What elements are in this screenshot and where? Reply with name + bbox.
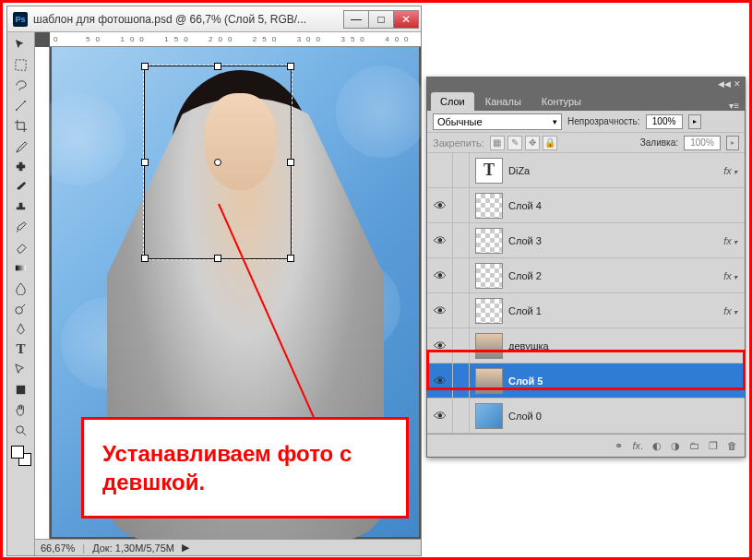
transform-center[interactable]: [214, 159, 221, 166]
layer-row[interactable]: 👁девушка: [427, 328, 745, 363]
new-group-icon[interactable]: 🗀: [689, 440, 699, 451]
layer-row[interactable]: TDiZafx: [427, 153, 745, 188]
visibility-toggle[interactable]: 👁: [427, 399, 453, 433]
layer-thumbnail[interactable]: [475, 333, 503, 359]
gradient-tool-icon[interactable]: [10, 257, 32, 278]
transform-handle[interactable]: [287, 159, 294, 166]
titlebar[interactable]: Ps шаблон для фотошопа.psd @ 66,7% (Слой…: [7, 6, 421, 32]
link-layers-icon[interactable]: ⚭: [615, 440, 623, 452]
blur-tool-icon[interactable]: [10, 278, 32, 298]
lock-transparency-icon[interactable]: ▦: [490, 136, 505, 150]
opacity-value[interactable]: 100%: [646, 114, 683, 129]
fill-value[interactable]: 100%: [684, 136, 721, 150]
lock-position-icon[interactable]: ✥: [525, 136, 540, 150]
transform-handle[interactable]: [287, 63, 294, 70]
transform-handle[interactable]: [141, 255, 149, 262]
fx-indicator[interactable]: fx: [723, 270, 737, 281]
fx-indicator[interactable]: fx: [723, 165, 737, 176]
layer-thumbnail[interactable]: [475, 263, 503, 289]
type-tool-icon[interactable]: T: [10, 339, 32, 359]
fx-indicator[interactable]: fx: [723, 305, 737, 316]
layer-name[interactable]: Слой 5: [508, 375, 543, 387]
link-col[interactable]: [453, 293, 470, 328]
ruler-horizontal[interactable]: [50, 32, 421, 47]
stamp-tool-icon[interactable]: [10, 197, 32, 217]
adjustment-layer-icon[interactable]: ◑: [671, 440, 680, 452]
link-col[interactable]: [453, 153, 470, 187]
canvas-area[interactable]: Устанавливаем фото с девшкой.: [50, 47, 421, 539]
layer-name[interactable]: Слой 3: [508, 235, 542, 246]
zoom-tool-icon[interactable]: [10, 420, 32, 440]
visibility-toggle[interactable]: [427, 153, 453, 187]
layer-thumbnail[interactable]: [475, 228, 503, 254]
visibility-toggle[interactable]: 👁: [427, 328, 453, 363]
eraser-tool-icon[interactable]: [10, 237, 32, 257]
dodge-tool-icon[interactable]: [10, 298, 32, 318]
lock-pixels-icon[interactable]: ✎: [507, 136, 522, 150]
link-col[interactable]: [453, 188, 470, 222]
link-col[interactable]: [453, 363, 470, 398]
visibility-toggle[interactable]: 👁: [427, 293, 453, 328]
layer-thumbnail[interactable]: [475, 403, 503, 429]
layer-name[interactable]: Слой 1: [508, 305, 542, 316]
marquee-tool-icon[interactable]: [10, 54, 32, 75]
fx-indicator[interactable]: fx: [723, 235, 737, 246]
transform-handle[interactable]: [214, 255, 221, 262]
crop-tool-icon[interactable]: [10, 115, 32, 136]
layer-row[interactable]: 👁Слой 2fx: [427, 258, 745, 293]
pen-tool-icon[interactable]: [10, 318, 32, 339]
heal-tool-icon[interactable]: [10, 156, 32, 176]
layer-row[interactable]: 👁Слой 0: [427, 399, 745, 434]
tab-channels[interactable]: Каналы: [476, 92, 531, 111]
eyedropper-tool-icon[interactable]: [10, 136, 32, 156]
visibility-toggle[interactable]: 👁: [427, 223, 453, 257]
lock-all-icon[interactable]: 🔒: [543, 136, 557, 150]
close-button[interactable]: ✕: [393, 10, 419, 29]
layer-name[interactable]: Слой 0: [508, 411, 542, 422]
layer-thumbnail[interactable]: [475, 368, 503, 394]
new-layer-icon[interactable]: ❐: [709, 440, 718, 452]
tab-layers[interactable]: Слои: [431, 92, 474, 111]
link-col[interactable]: [453, 328, 470, 363]
fg-color-swatch[interactable]: [11, 446, 24, 459]
layer-thumbnail[interactable]: [475, 298, 503, 324]
transform-handle[interactable]: [141, 63, 149, 70]
panel-menu-icon[interactable]: ▾≡: [729, 101, 739, 111]
move-tool-icon[interactable]: [10, 34, 32, 54]
color-swatches[interactable]: [11, 446, 31, 466]
visibility-toggle[interactable]: 👁: [427, 188, 453, 222]
statusbar-arrow-icon[interactable]: ▶: [182, 542, 189, 554]
history-brush-tool-icon[interactable]: [10, 217, 32, 237]
link-col[interactable]: [453, 258, 470, 292]
link-col[interactable]: [453, 223, 470, 257]
link-col[interactable]: [453, 399, 470, 433]
visibility-toggle[interactable]: 👁: [427, 363, 453, 398]
layer-name[interactable]: DiZa: [508, 165, 530, 176]
layer-thumbnail[interactable]: [475, 193, 503, 219]
layer-row[interactable]: 👁Слой 4: [427, 188, 745, 223]
path-tool-icon[interactable]: [10, 359, 32, 379]
brush-tool-icon[interactable]: [10, 176, 32, 197]
blend-mode-select[interactable]: Обычные: [433, 113, 562, 130]
transform-bounding-box[interactable]: [144, 66, 292, 259]
panel-collapse-bar[interactable]: ◀◀ ✕: [427, 77, 745, 90]
fill-arrow-icon[interactable]: ▸: [726, 136, 739, 150]
layer-name[interactable]: девушка: [508, 340, 549, 351]
layer-mask-icon[interactable]: ◐: [652, 440, 662, 452]
lasso-tool-icon[interactable]: [10, 75, 32, 95]
layer-row[interactable]: 👁Слой 3fx: [427, 223, 745, 258]
hand-tool-icon[interactable]: [10, 399, 32, 420]
zoom-level[interactable]: 66,67%: [41, 542, 75, 554]
wand-tool-icon[interactable]: [10, 95, 32, 115]
layer-row[interactable]: 👁Слой 1fx: [427, 293, 745, 328]
transform-handle[interactable]: [214, 63, 221, 70]
layer-fx-icon[interactable]: fx.: [632, 440, 643, 451]
delete-layer-icon[interactable]: 🗑: [727, 440, 737, 451]
minimize-button[interactable]: —: [343, 10, 369, 29]
transform-handle[interactable]: [141, 159, 149, 166]
ruler-vertical[interactable]: [35, 47, 50, 539]
tab-paths[interactable]: Контуры: [532, 92, 591, 111]
canvas[interactable]: Устанавливаем фото с девшкой.: [52, 47, 419, 537]
shape-tool-icon[interactable]: [10, 379, 32, 399]
opacity-arrow-icon[interactable]: ▸: [688, 114, 701, 129]
